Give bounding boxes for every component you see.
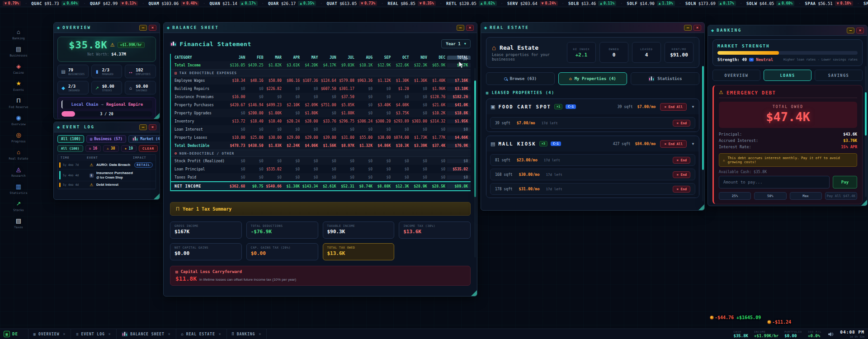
end-lease-button[interactable]: × End bbox=[673, 186, 690, 193]
sidebar-item-research[interactable]: ◬Research bbox=[7, 165, 30, 178]
sidebar-item-taxes[interactable]: ▤Taxes bbox=[7, 217, 30, 229]
close-button[interactable]: × bbox=[693, 25, 701, 31]
stock-ticker[interactable]: ▼0.79%·QUAC$91.73▲0.64%·QUAF$42.99▼0.13%… bbox=[0, 0, 868, 7]
quick-pay-max[interactable]: Max bbox=[790, 192, 822, 200]
volume-icon[interactable] bbox=[828, 332, 834, 337]
scrollbar-thumb[interactable] bbox=[865, 92, 867, 136]
close-tab-icon[interactable]: × bbox=[63, 332, 66, 336]
ticker-symbol: SOLF bbox=[627, 1, 638, 6]
sidebar-item-banking[interactable]: ⌂Banking bbox=[7, 28, 30, 40]
amount-to-pay-input[interactable] bbox=[719, 176, 830, 188]
event-row[interactable]: 5y 4mo 4d⚠Debt Interest bbox=[58, 181, 156, 189]
cell-value: $0.75 bbox=[247, 184, 265, 188]
table-row: Property Leases$10.00$25.00$30.00$29.00$… bbox=[171, 133, 471, 141]
employees-icon: ●● bbox=[128, 69, 133, 74]
casino-icon: ◈ bbox=[16, 62, 21, 70]
cell-value: $0 bbox=[229, 175, 247, 179]
quick-pay-pay-all-47-4k[interactable]: Pay All $47.4K bbox=[825, 192, 857, 200]
sidebar-item-progress[interactable]: ◎Progress bbox=[7, 131, 30, 143]
minimize-button[interactable]: — bbox=[139, 25, 147, 31]
sidebar-item-stocks[interactable]: ↗Stocks bbox=[7, 200, 30, 212]
filter-chip-38[interactable]: ⚠38 bbox=[103, 145, 118, 152]
sidebar-item-casino[interactable]: ◈Casino bbox=[7, 62, 30, 75]
close-tab-icon[interactable]: × bbox=[219, 332, 222, 336]
end-lease-button[interactable]: × End bbox=[673, 120, 690, 127]
close-tab-icon[interactable]: × bbox=[168, 332, 171, 336]
balance-sheet-panel-header[interactable]: ◆ BALANCE SHEET — × bbox=[164, 23, 477, 33]
taskbar-tab-balance-sheet[interactable]: BALANCE SHEET× bbox=[117, 329, 176, 339]
change-value: 0.24% bbox=[545, 1, 556, 5]
filter-chip-all-100-[interactable]: All (100) bbox=[57, 145, 83, 152]
property-header[interactable]: ▣FOOD CART SPOT×1C-139 sqft$7.00/mo× End… bbox=[486, 99, 699, 114]
scrollbar[interactable] bbox=[865, 66, 867, 197]
stocks-icon: ↗ bbox=[16, 200, 21, 207]
arrow-up-icon: ▲ bbox=[720, 1, 722, 5]
taskbar-tab-overview[interactable]: ▦OVERVIEW× bbox=[28, 329, 71, 339]
year-selector-dropdown[interactable]: Year 1▼ bbox=[441, 39, 471, 48]
scrollbar[interactable] bbox=[702, 66, 704, 202]
cell-value: $0 bbox=[283, 159, 302, 163]
close-button[interactable]: × bbox=[149, 25, 156, 31]
sidebar-item-overview[interactable]: ◉Overview bbox=[7, 114, 30, 126]
ticker-symbol: REAL bbox=[387, 1, 398, 6]
minimize-button[interactable]: — bbox=[847, 28, 854, 33]
overview-panel-header[interactable]: ◆ OVERVIEW — × bbox=[54, 23, 160, 33]
filter-chip-market-43-[interactable]: Market (43) bbox=[128, 135, 160, 143]
unit-time-left: 17d left bbox=[542, 121, 558, 125]
close-tab-icon[interactable]: × bbox=[108, 332, 111, 336]
quick-pay-50-[interactable]: 50% bbox=[754, 192, 786, 200]
sidebar-item-statistics[interactable]: ▥Statistics bbox=[7, 183, 30, 195]
end-all-button[interactable]: × End All bbox=[660, 140, 687, 148]
end-all-button[interactable]: × End All bbox=[660, 103, 687, 111]
tab-my-properties-4-[interactable]: ⌂My Properties (4) bbox=[558, 72, 627, 85]
filter-chip-business-57-[interactable]: ▤Business (57) bbox=[86, 135, 126, 143]
filter-chip-16[interactable]: ☠16 bbox=[85, 145, 101, 152]
filter-chip-clear[interactable]: CLEAR bbox=[139, 145, 158, 152]
tab-loans[interactable]: LOANS bbox=[764, 70, 811, 81]
tab-statistics[interactable]: Statistics bbox=[631, 72, 699, 85]
end-lease-button[interactable]: × End bbox=[673, 171, 690, 178]
close-button[interactable]: × bbox=[856, 28, 864, 33]
cell-value: $0 bbox=[302, 159, 320, 163]
event-row[interactable]: 5y 4mo 4diInsurance Purchased@ Ice Cream… bbox=[58, 170, 156, 181]
minimize-button[interactable]: — bbox=[139, 124, 147, 130]
sidebar-item-businesses[interactable]: ▤Businesses bbox=[7, 45, 30, 57]
event-row[interactable]: 5y 4mo 7d⚠AURO: Data BreachRETAIL bbox=[58, 161, 156, 170]
taskbar-tab-label: BANKING bbox=[237, 332, 255, 336]
app-logo[interactable]: ▦ DE bbox=[4, 331, 18, 337]
taskbar-tab-real-estate[interactable]: ⌂REAL ESTATE× bbox=[176, 329, 227, 339]
close-button[interactable]: × bbox=[149, 124, 156, 130]
sidebar-item-real-estate[interactable]: ⌂Real Estate bbox=[7, 148, 30, 160]
scrollbar-thumb[interactable] bbox=[702, 66, 704, 170]
banking-panel-header[interactable]: ◆ BANKING — × bbox=[708, 25, 867, 36]
real-estate-panel-header[interactable]: ◆ REAL ESTATE — × bbox=[481, 23, 704, 33]
sidebar-item-events[interactable]: ★Events bbox=[7, 80, 30, 92]
scrollbar[interactable] bbox=[474, 68, 476, 258]
filter-chip-all-100-[interactable]: All (100) bbox=[57, 135, 84, 143]
building-icon: ▤ bbox=[90, 137, 92, 141]
close-tab-icon[interactable]: × bbox=[259, 332, 261, 336]
scrollbar-thumb[interactable] bbox=[474, 80, 476, 197]
net-income-row: NET INCOME$362.68$0.75$549.66$1.38K$143.… bbox=[171, 181, 471, 191]
tab-overview[interactable]: OVERVIEW bbox=[712, 70, 760, 81]
minimize-button[interactable]: — bbox=[457, 25, 464, 31]
taskbar-tab-event-log[interactable]: ≡EVENT LOG× bbox=[71, 329, 116, 339]
capital-loss-amount: $11.8K bbox=[175, 275, 197, 282]
tab-browse-63-[interactable]: Browse (63) bbox=[486, 72, 555, 85]
pay-button[interactable]: Pay bbox=[833, 176, 857, 188]
sidebar-item-fed-reserve[interactable]: ΠFed Reserve bbox=[7, 97, 30, 109]
close-button[interactable]: × bbox=[466, 25, 474, 31]
minimize-button[interactable]: — bbox=[684, 25, 692, 31]
ticker-separator: · bbox=[142, 1, 144, 6]
taskbar-tab-banking[interactable]: ΠBANKING× bbox=[227, 329, 267, 339]
event-log-panel-header[interactable]: ◆ EVENT LOG — × bbox=[54, 122, 160, 132]
chevron-down-icon[interactable]: ▼ bbox=[691, 105, 695, 109]
tab-savings[interactable]: SAVINGS bbox=[815, 70, 863, 81]
end-lease-button[interactable]: × End bbox=[673, 157, 690, 164]
sentiment-label: Neutral bbox=[756, 57, 773, 62]
quick-pay-25-[interactable]: 25% bbox=[719, 192, 751, 200]
property-zone-chip: C-1 bbox=[566, 104, 576, 109]
chevron-down-icon[interactable]: ▼ bbox=[691, 142, 695, 146]
filter-chip-19[interactable]: ★19 bbox=[121, 145, 137, 152]
property-header[interactable]: ▤MALL KIOSK×3C-1427 sqft$84.00/mo× End A… bbox=[486, 136, 699, 151]
